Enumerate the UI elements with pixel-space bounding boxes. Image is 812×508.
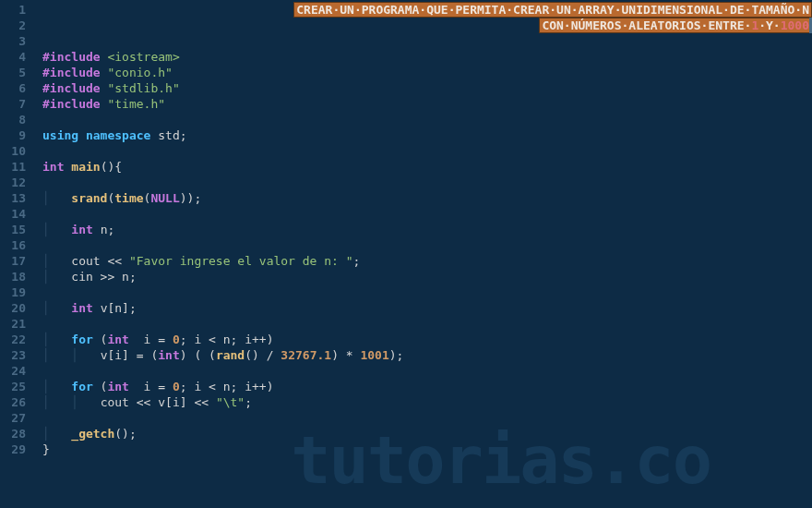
code-line: │ for (int i = 0; i < n; i++): [42, 332, 812, 347]
code-line: CON·NÚMEROS·ALEATORIOS·ENTRE·1·Y·1000: [42, 18, 812, 33]
code-line: │ │ v[i] = (int) ( (rand() / 32767.1) * …: [42, 347, 812, 363]
code-line: │ _getch();: [42, 426, 812, 441]
code-editor: 1 2 3 4 5 6 7 8 9 10 11 12 13 14 15 16 1…: [0, 0, 812, 508]
line-number: 16: [0, 237, 26, 253]
line-number: 5: [0, 65, 26, 80]
line-number: 19: [0, 284, 26, 300]
line-number: 6: [0, 80, 26, 96]
code-line: [42, 410, 812, 426]
line-number: 27: [0, 410, 26, 426]
line-number: 2: [0, 18, 26, 33]
code-line: │ for (int i = 0; i < n; i++): [42, 379, 812, 394]
code-line: [42, 316, 812, 332]
line-number: 20: [0, 300, 26, 316]
line-number: 22: [0, 332, 26, 347]
code-line: [42, 363, 812, 379]
code-line: CREAR·UN·PROGRAMA·QUE·PERMITA·CREAR·UN·A…: [42, 2, 812, 18]
code-line: int main(){: [42, 159, 812, 175]
code-line: │ srand(time(NULL));: [42, 190, 812, 206]
code-line: #include "stdlib.h": [42, 80, 812, 96]
line-number: 7: [0, 96, 26, 112]
code-line: [42, 175, 812, 190]
line-number: 25: [0, 379, 26, 394]
line-number: 29: [0, 441, 26, 457]
code-line: │ │ cout << v[i] << "\t";: [42, 394, 812, 410]
line-number: 9: [0, 127, 26, 143]
line-number: 10: [0, 143, 26, 159]
code-line: }: [42, 441, 812, 457]
code-line: [42, 237, 812, 253]
code-line: #include "time.h": [42, 96, 812, 112]
line-number: 26: [0, 394, 26, 410]
line-number: 23: [0, 347, 26, 363]
line-number: 3: [0, 33, 26, 49]
code-line: [42, 284, 812, 300]
code-line: #include <iostream>: [42, 49, 812, 65]
line-number: 28: [0, 426, 26, 441]
line-number: 24: [0, 363, 26, 379]
line-number: 13: [0, 190, 26, 206]
line-number: 1: [0, 2, 26, 18]
line-number: 8: [0, 112, 26, 127]
code-line: │ cin >> n;: [42, 269, 812, 284]
code-area[interactable]: CREAR·UN·PROGRAMA·QUE·PERMITA·CREAR·UN·A…: [33, 0, 812, 508]
code-line: │ cout << "Favor ingrese el valor de n: …: [42, 253, 812, 269]
code-line: #include "conio.h": [42, 65, 812, 80]
code-line: [42, 143, 812, 159]
line-number: 17: [0, 253, 26, 269]
code-line: [42, 33, 812, 49]
line-number: 14: [0, 206, 26, 222]
line-number: 4: [0, 49, 26, 65]
line-number: 11: [0, 159, 26, 175]
code-line: using namespace std;: [42, 127, 812, 143]
code-line: │ int n;: [42, 222, 812, 237]
line-number: 12: [0, 175, 26, 190]
line-number-gutter: 1 2 3 4 5 6 7 8 9 10 11 12 13 14 15 16 1…: [0, 0, 33, 508]
code-line: [42, 206, 812, 222]
line-number: 21: [0, 316, 26, 332]
code-line: [42, 112, 812, 127]
line-number: 18: [0, 269, 26, 284]
line-number: 15: [0, 222, 26, 237]
code-line: │ int v[n];: [42, 300, 812, 316]
